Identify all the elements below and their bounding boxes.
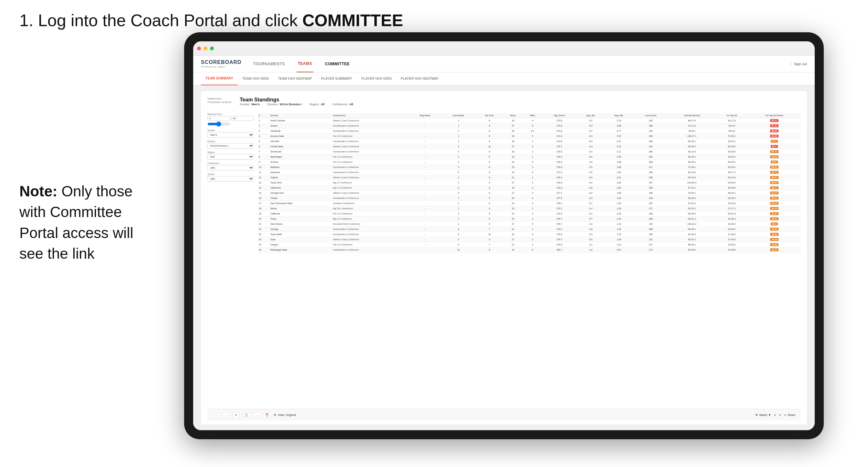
cell-vs50-points: 62.14 — [748, 206, 801, 211]
sign-out-link[interactable]: Sign out — [794, 62, 807, 66]
cell-rnds: 23 — [503, 154, 523, 160]
download-button[interactable]: ⇓ — [774, 413, 776, 416]
cell-low-score: 264 — [633, 144, 668, 149]
cell-school: East Tennessee State — [270, 201, 332, 206]
nav-item-teams[interactable]: TEAMS — [297, 56, 314, 72]
cell-conference: Southeastern Conference — [332, 128, 409, 134]
cell-avg-rd: 1.30 — [604, 232, 633, 237]
cell-school: Auburn — [270, 123, 332, 128]
bottom-toolbar: ← → ↻ 📋 … ⏰ 👁 View: Original — [207, 409, 801, 421]
cell-rank: 15 — [258, 191, 270, 196]
division-select[interactable]: NCAA Division I NCAA Division II — [207, 143, 254, 149]
nav-divider: | — [790, 61, 791, 67]
gender-select[interactable]: Men's Women's — [207, 132, 254, 137]
cell-overall: 100-27-1 — [669, 134, 715, 139]
cell-avg-sg: -1.8 — [577, 222, 604, 227]
points-badge: 65.02 — [770, 197, 778, 199]
header-row: # School Conference Reg Rank Conf Rank N… — [258, 113, 801, 118]
cell-rank: 10 — [258, 165, 270, 170]
refresh-button[interactable]: ↻ — [232, 412, 240, 418]
sub-tab-player-summary[interactable]: PLAYER SUMMARY — [317, 72, 357, 85]
cell-avg-rd: 1.86 — [604, 165, 633, 170]
browser-minimize-dot[interactable] — [204, 46, 207, 51]
sub-tab-player-h2h-heatmap[interactable]: PLAYER H2H HEATMAP — [396, 72, 443, 85]
cell-wins: 2 — [523, 191, 542, 196]
cell-conference: Atlantic Coast Conference — [332, 237, 409, 242]
copy-button[interactable]: 📋 — [242, 412, 250, 418]
school-select[interactable]: (All) — [207, 176, 254, 182]
cell-vs50-points: 63.49 — [748, 154, 801, 160]
cell-rnds: 24 — [503, 185, 523, 191]
browser-close-dot[interactable] — [197, 46, 201, 51]
min-rounds-min-input[interactable] — [207, 116, 230, 121]
cell-low-score: 262 — [633, 118, 668, 123]
cell-vs50-points: 89.11 — [748, 118, 801, 123]
conference-value: All — [349, 103, 353, 106]
sub-tab-team-summary[interactable]: TEAM SUMMARY — [201, 72, 238, 85]
cell-avg-sg: -5.7 — [577, 128, 604, 134]
cell-avg-rd: 1.41 — [604, 222, 633, 227]
points-badge: 68.57 — [770, 176, 778, 179]
min-rounds-slider[interactable] — [207, 121, 230, 127]
gender-filter-control: Gender Men's Women's — [207, 129, 254, 137]
cell-rnds: 26 — [503, 134, 523, 139]
cell-overall: 72-30-1 — [669, 165, 715, 170]
cell-no-tour: 9 — [476, 180, 503, 185]
points-badge: 38.54 — [770, 228, 778, 230]
cell-overall: 83-25-0 — [669, 211, 715, 216]
points-badge: 53.3 — [771, 222, 778, 225]
cell-rnds: 30 — [503, 232, 523, 237]
nav-item-tournaments[interactable]: TOURNAMENTS — [252, 56, 286, 72]
nav-item-committee[interactable]: COMMITTEE — [324, 56, 351, 72]
instruction-area: 1. Log into the Coach Portal and click C… — [20, 10, 642, 32]
cell-vs50-points: 38.54 — [748, 227, 801, 232]
cell-rank: 26 — [258, 247, 270, 253]
cell-vs25: 40-33-2 — [715, 180, 748, 185]
main-content: Update time: 27/03/2024 16:56:26 Team St… — [193, 85, 815, 430]
cell-no-tour: 8 — [476, 160, 503, 165]
sub-tab-player-h2h-grid[interactable]: PLAYER H2H GRID — [357, 72, 396, 85]
cell-conference: Big 12 Conference — [332, 180, 409, 185]
more-button[interactable]: … — [253, 412, 260, 418]
cell-adj-score: 275.7 — [542, 144, 576, 149]
cell-no-tour: 8 — [476, 206, 503, 211]
view-original-btn[interactable]: 👁 View: Original — [274, 413, 296, 416]
undo-button[interactable]: ← — [213, 412, 220, 418]
redo-button[interactable]: → — [223, 412, 230, 418]
expand-button[interactable]: ⇗ — [779, 413, 781, 416]
cell-wins: 2 — [523, 242, 542, 247]
cell-wins: 1 — [523, 175, 542, 180]
cell-school: Georgia — [270, 227, 332, 232]
col-rank: # — [258, 113, 270, 118]
cell-rnds: 26 — [503, 128, 523, 134]
cell-conference: Mountain West Conference — [332, 222, 409, 227]
conference-select[interactable]: (All) — [207, 165, 254, 170]
cell-vs25: 20-39-1 — [715, 227, 748, 232]
share-button[interactable]: ⇨ Share — [784, 413, 795, 416]
cell-low-score: 266 — [633, 227, 668, 232]
cell-low-score: 268 — [633, 160, 668, 165]
cell-avg-sg: -5.5 — [577, 149, 604, 154]
cell-wins: 1 — [523, 139, 542, 144]
cell-vs50-points: 56.94 — [748, 180, 801, 185]
cell-low-score: 267 — [633, 201, 668, 206]
watch-button[interactable]: 👁 Watch ▼ — [755, 413, 771, 416]
table-row: 14 Oklahoma Big 12 Conference - 2 8 24 2… — [258, 185, 801, 191]
cell-conference: Southeastern Conference — [332, 139, 409, 144]
cell-conference: Big 12 Conference — [332, 216, 409, 222]
clock-button[interactable]: ⏰ — [263, 412, 271, 418]
region-select[interactable]: N/A All — [207, 154, 254, 160]
sub-tab-team-h2h-heatmap[interactable]: TEAM H2H HEATMAP — [273, 72, 317, 85]
min-rounds-max-input[interactable] — [231, 116, 254, 121]
cell-adj-score: 277.0 — [542, 170, 576, 175]
browser-nav — [193, 41, 815, 56]
cell-rnds: 24 — [503, 216, 523, 222]
browser-maximize-dot[interactable] — [210, 46, 214, 51]
cell-adj-score: 279.5 — [542, 242, 576, 247]
cell-rank: 21 — [258, 222, 270, 227]
cell-rank: 1 — [258, 118, 270, 123]
sub-tab-team-h2h-grid[interactable]: TEAM H2H GRID — [238, 72, 273, 85]
cell-adj-score: 276.9 — [542, 165, 576, 170]
cell-overall: 96-29-2 — [669, 144, 715, 149]
cell-avg-sg: -0.4 — [577, 237, 604, 242]
